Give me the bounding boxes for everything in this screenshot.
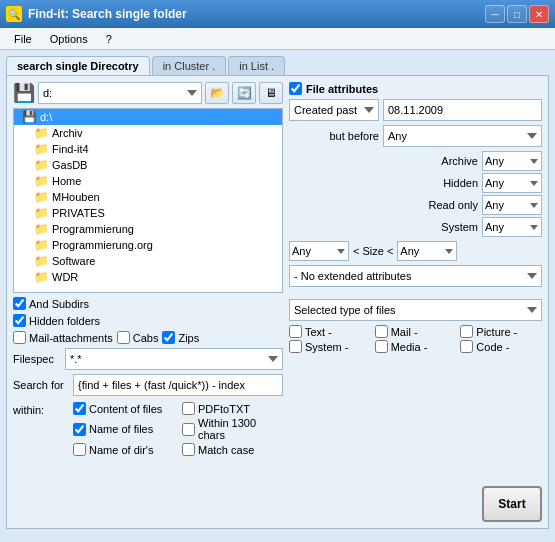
mail-attachments-label[interactable]: Mail-attachments: [13, 331, 113, 344]
content-panel: 💾 d: 📂 🔄 🖥 💾 d:\ 📁 Archiv: [6, 75, 549, 529]
type-picture-checkbox[interactable]: [460, 325, 473, 338]
and-subdirs-label[interactable]: And Subdirs: [13, 297, 89, 310]
name-of-dirs-label[interactable]: Name of dir's: [73, 443, 174, 456]
type-media-checkbox[interactable]: [375, 340, 388, 353]
date-input[interactable]: [383, 99, 542, 121]
name-of-files-checkbox[interactable]: [73, 423, 86, 436]
file-attrs-check-row: File attributes: [289, 82, 542, 95]
filespec-select[interactable]: *.*: [65, 348, 283, 370]
name-of-dirs-checkbox[interactable]: [73, 443, 86, 456]
match-case-checkbox[interactable]: [182, 443, 195, 456]
type-mail-label[interactable]: Mail -: [375, 325, 457, 338]
within-chars-checkbox[interactable]: [182, 423, 195, 436]
zips-label[interactable]: Zips: [162, 331, 199, 344]
tab-single-directory[interactable]: search single Direcotry: [6, 56, 150, 75]
zips-checkbox[interactable]: [162, 331, 175, 344]
created-select[interactable]: Created past Modified past Accessed past: [289, 99, 379, 121]
size-select-left[interactable]: Any: [289, 241, 349, 261]
selected-type-row: Selected type of files: [289, 299, 542, 321]
menu-file[interactable]: File: [6, 31, 40, 47]
start-button-container: Start: [289, 486, 542, 522]
folder-icon: 📁: [34, 254, 49, 268]
type-code-label[interactable]: Code -: [460, 340, 542, 353]
tree-item[interactable]: 📁 Programmierung.org: [14, 237, 282, 253]
within-label: within:: [13, 402, 69, 416]
created-row: Created past Modified past Accessed past: [289, 99, 542, 121]
tabs-row: search single Direcotry in Cluster . in …: [6, 56, 549, 75]
type-media-label[interactable]: Media -: [375, 340, 457, 353]
content-of-files-label[interactable]: Content of files: [73, 402, 174, 415]
drive-select[interactable]: d:: [38, 82, 202, 104]
but-before-label: but before: [289, 130, 379, 142]
network-button[interactable]: 🖥: [259, 82, 283, 104]
tree-item[interactable]: 📁 Programmierung: [14, 221, 282, 237]
system-select[interactable]: AnyYesNo: [482, 217, 542, 237]
hidden-folders-label[interactable]: Hidden folders: [13, 314, 100, 327]
refresh-button[interactable]: 🔄: [232, 82, 256, 104]
file-attributes-checkbox[interactable]: [289, 82, 302, 95]
name-of-files-label[interactable]: Name of files: [73, 417, 174, 441]
type-text-label[interactable]: Text -: [289, 325, 371, 338]
file-types-grid: Text - Mail - Picture - System - Media -: [289, 325, 542, 353]
tab-in-list[interactable]: in List .: [228, 56, 285, 75]
and-subdirs-checkbox[interactable]: [13, 297, 26, 310]
tree-item-label: WDR: [52, 271, 78, 283]
tree-item[interactable]: 📁 Archiv: [14, 125, 282, 141]
hidden-select[interactable]: AnyYesNo: [482, 173, 542, 193]
cabs-label[interactable]: Cabs: [117, 331, 159, 344]
filespec-row: Filespec *.*: [13, 348, 283, 370]
start-button[interactable]: Start: [482, 486, 542, 522]
open-folder-button[interactable]: 📂: [205, 82, 229, 104]
size-label: < Size <: [353, 245, 393, 257]
search-for-input[interactable]: [73, 374, 283, 396]
selected-type-select[interactable]: Selected type of files: [289, 299, 542, 321]
menu-help[interactable]: ?: [98, 31, 120, 47]
tree-item[interactable]: 📁 MHouben: [14, 189, 282, 205]
extended-attrs-select[interactable]: - No extended attributes: [289, 265, 542, 287]
pdf-to-txt-label[interactable]: PDFtoTXT: [182, 402, 283, 415]
type-code-checkbox[interactable]: [460, 340, 473, 353]
tree-item-label: Programmierung.org: [52, 239, 153, 251]
content-of-files-checkbox[interactable]: [73, 402, 86, 415]
type-system-checkbox[interactable]: [289, 340, 302, 353]
search-for-row: Search for: [13, 374, 283, 396]
hidden-folders-checkbox[interactable]: [13, 314, 26, 327]
tree-item[interactable]: 📁 WDR: [14, 269, 282, 285]
within-chars-label[interactable]: Within 1300 chars: [182, 417, 283, 441]
hdd-tree-icon: 💾: [22, 110, 37, 124]
type-text-checkbox[interactable]: [289, 325, 302, 338]
pdf-to-txt-checkbox[interactable]: [182, 402, 195, 415]
tree-item[interactable]: 📁 GasDB: [14, 157, 282, 173]
type-system-label[interactable]: System -: [289, 340, 371, 353]
tree-item[interactable]: 📁 Find-it4: [14, 141, 282, 157]
match-case-label[interactable]: Match case: [182, 443, 283, 456]
tree-item[interactable]: 📁 PRIVATES: [14, 205, 282, 221]
within-section: within: Content of files PDFtoTXT Name o…: [13, 402, 283, 456]
file-tree[interactable]: 💾 d:\ 📁 Archiv 📁 Find-it4 📁 GasDB 📁: [13, 108, 283, 293]
mail-attachments-checkbox[interactable]: [13, 331, 26, 344]
spacer: [289, 291, 542, 295]
window-controls: ─ □ ✕: [485, 5, 549, 23]
tab-in-cluster[interactable]: in Cluster .: [152, 56, 227, 75]
tree-item-label: MHouben: [52, 191, 100, 203]
tree-item[interactable]: 📁 Home: [14, 173, 282, 189]
type-mail-checkbox[interactable]: [375, 325, 388, 338]
read-only-select[interactable]: AnyYesNo: [482, 195, 542, 215]
cabs-checkbox[interactable]: [117, 331, 130, 344]
tree-item-label: Home: [52, 175, 81, 187]
size-row: Any < Size < Any: [289, 241, 542, 261]
minimize-button[interactable]: ─: [485, 5, 505, 23]
folder-icon: 📁: [34, 238, 49, 252]
archive-row: Archive AnyYesNo: [289, 151, 542, 171]
hidden-label: Hidden: [418, 177, 478, 189]
size-select-right[interactable]: Any: [397, 241, 457, 261]
tree-item[interactable]: 💾 d:\: [14, 109, 282, 125]
close-button[interactable]: ✕: [529, 5, 549, 23]
menu-options[interactable]: Options: [42, 31, 96, 47]
archive-select[interactable]: AnyYesNo: [482, 151, 542, 171]
tree-item[interactable]: 📁 Software: [14, 253, 282, 269]
type-picture-label[interactable]: Picture -: [460, 325, 542, 338]
maximize-button[interactable]: □: [507, 5, 527, 23]
folder-icon: 📁: [34, 190, 49, 204]
but-before-select[interactable]: Any: [383, 125, 542, 147]
